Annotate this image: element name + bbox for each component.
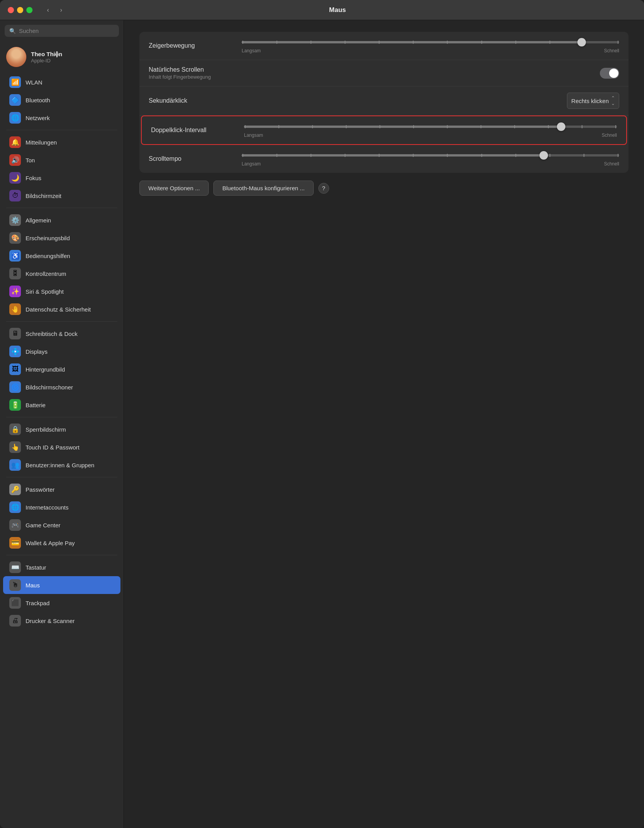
bildschirmzeit-icon: ⏱	[9, 190, 21, 201]
bedienungshilfen-icon: ♿	[9, 250, 21, 262]
scrolltempo-thumb[interactable]	[539, 151, 548, 160]
sidebar-item-label: Displays	[26, 348, 48, 355]
sidebar-item-trackpad[interactable]: ⬛ Trackpad	[3, 594, 120, 612]
scrolltempo-row: Scrolltempo	[139, 145, 629, 173]
sidebar-item-hintergrundbild[interactable]: 🖼 Hintergrundbild	[3, 360, 120, 378]
sidebar-item-sperrbildschirm[interactable]: 🔒 Sperrbildschirm	[3, 420, 120, 438]
search-box[interactable]: 🔍	[5, 25, 119, 37]
sidebar-item-datenschutz[interactable]: 🤚 Datenschutz & Sicherheit	[3, 300, 120, 318]
sidebar-item-netzwerk[interactable]: 🌐 Netzwerk	[3, 109, 120, 127]
back-button[interactable]: ‹	[43, 5, 53, 15]
weitere-optionen-button[interactable]: Weitere Optionen ...	[139, 181, 209, 196]
mitteilungen-icon: 🔔	[9, 136, 21, 148]
doppelklick-row: Doppelklick-Intervall	[142, 116, 626, 144]
benutzer-icon: 👥	[9, 459, 21, 471]
sidebar-section-security: 🔒 Sperrbildschirm 👆 Touch ID & Passwort …	[0, 420, 124, 474]
zeigerbewegung-slider-track-wrap[interactable]	[242, 38, 619, 46]
sidebar-item-maus[interactable]: 🖱 Maus	[3, 576, 120, 594]
sidebar-item-displays[interactable]: 💠 Displays	[3, 343, 120, 360]
ticks	[242, 41, 619, 43]
sidebar-item-touchid[interactable]: 👆 Touch ID & Passwort	[3, 438, 120, 456]
sidebar-item-mitteilungen[interactable]: 🔔 Mitteilungen	[3, 133, 120, 151]
zeigerbewegung-thumb[interactable]	[577, 38, 586, 46]
tick	[413, 154, 414, 157]
sekundaerklick-control: Rechts klicken ⌃⌄	[234, 93, 619, 109]
sidebar-item-label: Erscheinungsbild	[26, 235, 70, 241]
slow-label: Langsam	[242, 48, 261, 53]
tick	[481, 125, 481, 128]
sidebar-item-passwoerter[interactable]: 🔑 Passwörter	[3, 480, 120, 498]
window-title: Maus	[70, 6, 605, 14]
scrolltempo-control: Langsam Schnell	[234, 151, 619, 167]
sidebar-item-schreibtisch[interactable]: 🖥 Schreibtisch & Dock	[3, 325, 120, 343]
mouse-settings-card: Zeigerbewegung	[139, 32, 629, 173]
doppelklick-highlight-box: Doppelklick-Intervall	[141, 115, 627, 145]
allgemein-icon: ⚙️	[9, 214, 21, 226]
scrolltempo-slider-container: Langsam Schnell	[234, 151, 619, 167]
tick	[447, 41, 448, 44]
sidebar-item-siri[interactable]: ✨ Siri & Spotlight	[3, 282, 120, 300]
sidebar-item-wallet[interactable]: 💳 Wallet & Apple Pay	[3, 534, 120, 552]
minimize-button[interactable]	[17, 7, 23, 13]
sidebar-item-bedienungshilfen[interactable]: ♿ Bedienungshilfen	[3, 247, 120, 265]
scrolltempo-slider-labels: Langsam Schnell	[242, 161, 619, 167]
kontrollzentrum-icon: 🎛	[9, 268, 21, 279]
erscheinungsbild-icon: 🎨	[9, 232, 21, 244]
titlebar-nav: ‹ ›	[43, 5, 67, 15]
sidebar-item-kontrollzentrum[interactable]: 🎛 Kontrollzentrum	[3, 265, 120, 282]
sidebar-separator	[6, 417, 117, 417]
buttons-row: Weitere Optionen ... Bluetooth-Maus konf…	[139, 181, 629, 196]
main-layout: 🔍 Theo Thiện Apple-ID 📶 W	[0, 20, 644, 828]
sidebar-item-label: Siri & Spotlight	[26, 288, 64, 295]
sidebar-item-batterie[interactable]: 🔋 Batterie	[3, 396, 120, 414]
natuerliches-scrollen-toggle[interactable]	[600, 68, 619, 79]
user-name: Theo Thiện	[31, 51, 117, 58]
wlan-icon: 📶	[9, 76, 21, 88]
sidebar-item-internetaccounts[interactable]: 🌐 Internetaccounts	[3, 498, 120, 516]
tick	[514, 125, 515, 128]
sidebar-item-benutzer[interactable]: 👥 Benutzer:innen & Gruppen	[3, 456, 120, 474]
sidebar-item-allgemein[interactable]: ⚙️ Allgemein	[3, 211, 120, 229]
search-input[interactable]	[19, 28, 114, 34]
sidebar-item-label: Tastatur	[26, 564, 46, 571]
bluetooth-maus-button[interactable]: Bluetooth-Maus konfigurieren ...	[213, 181, 314, 196]
sidebar-item-label: Touch ID & Passwort	[26, 444, 79, 451]
ton-icon: 🔊	[9, 154, 21, 166]
fast-label: Schnell	[604, 48, 619, 53]
tick	[242, 154, 243, 157]
maus-icon: 🖱	[9, 579, 21, 591]
tick	[582, 125, 582, 128]
sidebar-item-ton[interactable]: 🔊 Ton	[3, 151, 120, 169]
sidebar-item-wlan[interactable]: 📶 WLAN	[3, 73, 120, 91]
close-button[interactable]	[8, 7, 14, 13]
zeigerbewegung-slider-container: Langsam Schnell	[234, 38, 619, 53]
help-button[interactable]: ?	[318, 183, 329, 194]
tick	[447, 154, 448, 157]
bildschirmschoner-icon: 🌀	[9, 381, 21, 393]
maximize-button[interactable]	[26, 7, 33, 13]
sidebar-item-label: Sperrbildschirm	[26, 426, 66, 433]
user-profile[interactable]: Theo Thiện Apple-ID	[0, 43, 124, 73]
sidebar-item-drucker[interactable]: 🖨 Drucker & Scanner	[3, 612, 120, 630]
sidebar-item-bildschirmzeit[interactable]: ⏱ Bildschirmzeit	[3, 187, 120, 205]
sidebar-item-erscheinungsbild[interactable]: 🎨 Erscheinungsbild	[3, 229, 120, 247]
tick	[311, 154, 311, 157]
tastatur-icon: ⌨️	[9, 561, 21, 573]
forward-button[interactable]: ›	[56, 5, 67, 15]
doppelklick-fast-label: Schnell	[602, 133, 617, 138]
doppelklick-slider-track-wrap[interactable]	[244, 122, 617, 131]
doppelklick-thumb[interactable]	[557, 122, 565, 131]
tick	[276, 154, 277, 157]
doppelklick-slider-labels: Langsam Schnell	[244, 133, 617, 138]
siri-icon: ✨	[9, 286, 21, 297]
sidebar-item-gamecenter[interactable]: 🎮 Game Center	[3, 516, 120, 534]
bluetooth-icon: 🔷	[9, 94, 21, 106]
sidebar-item-bluetooth[interactable]: 🔷 Bluetooth	[3, 91, 120, 109]
sidebar-item-fokus[interactable]: 🌙 Fokus	[3, 169, 120, 187]
sidebar-item-label: Datenschutz & Sicherheit	[26, 306, 91, 313]
sidebar-item-bildschirmschoner[interactable]: 🌀 Bildschirmschoner	[3, 378, 120, 396]
search-icon: 🔍	[9, 28, 16, 34]
sekundaerklick-select[interactable]: Rechts klicken ⌃⌄	[567, 93, 619, 109]
sidebar-item-tastatur[interactable]: ⌨️ Tastatur	[3, 558, 120, 576]
scrolltempo-slider-track-wrap[interactable]	[242, 151, 619, 160]
